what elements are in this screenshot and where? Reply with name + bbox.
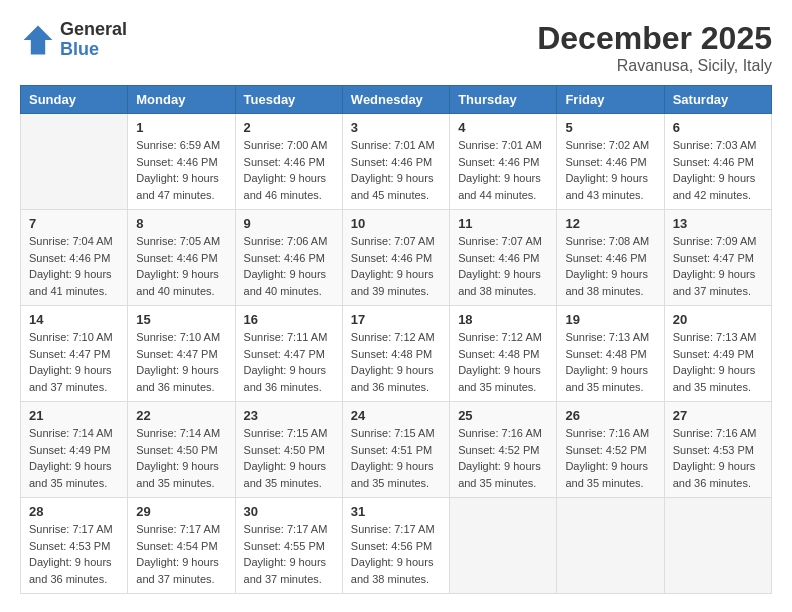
- day-info: Sunrise: 7:10 AMSunset: 4:47 PMDaylight:…: [136, 329, 226, 395]
- calendar-cell: 11Sunrise: 7:07 AMSunset: 4:46 PMDayligh…: [450, 210, 557, 306]
- day-number: 14: [29, 312, 119, 327]
- day-info: Sunrise: 7:05 AMSunset: 4:46 PMDaylight:…: [136, 233, 226, 299]
- calendar-cell: 24Sunrise: 7:15 AMSunset: 4:51 PMDayligh…: [342, 402, 449, 498]
- calendar-cell: 23Sunrise: 7:15 AMSunset: 4:50 PMDayligh…: [235, 402, 342, 498]
- calendar-cell: 15Sunrise: 7:10 AMSunset: 4:47 PMDayligh…: [128, 306, 235, 402]
- day-number: 5: [565, 120, 655, 135]
- day-info: Sunrise: 7:12 AMSunset: 4:48 PMDaylight:…: [351, 329, 441, 395]
- day-info: Sunrise: 7:17 AMSunset: 4:54 PMDaylight:…: [136, 521, 226, 587]
- month-title: December 2025: [537, 20, 772, 57]
- day-info: Sunrise: 7:16 AMSunset: 4:52 PMDaylight:…: [565, 425, 655, 491]
- day-number: 2: [244, 120, 334, 135]
- day-info: Sunrise: 7:14 AMSunset: 4:50 PMDaylight:…: [136, 425, 226, 491]
- calendar-cell: 6Sunrise: 7:03 AMSunset: 4:46 PMDaylight…: [664, 114, 771, 210]
- day-number: 23: [244, 408, 334, 423]
- calendar-cell: 27Sunrise: 7:16 AMSunset: 4:53 PMDayligh…: [664, 402, 771, 498]
- day-number: 9: [244, 216, 334, 231]
- calendar-body: 1Sunrise: 6:59 AMSunset: 4:46 PMDaylight…: [21, 114, 772, 594]
- day-info: Sunrise: 7:00 AMSunset: 4:46 PMDaylight:…: [244, 137, 334, 203]
- header-wednesday: Wednesday: [342, 86, 449, 114]
- header-sunday: Sunday: [21, 86, 128, 114]
- day-number: 30: [244, 504, 334, 519]
- week-row-1: 7Sunrise: 7:04 AMSunset: 4:46 PMDaylight…: [21, 210, 772, 306]
- day-number: 29: [136, 504, 226, 519]
- day-number: 11: [458, 216, 548, 231]
- calendar-cell: 1Sunrise: 6:59 AMSunset: 4:46 PMDaylight…: [128, 114, 235, 210]
- day-info: Sunrise: 7:15 AMSunset: 4:50 PMDaylight:…: [244, 425, 334, 491]
- week-row-2: 14Sunrise: 7:10 AMSunset: 4:47 PMDayligh…: [21, 306, 772, 402]
- calendar-cell: 13Sunrise: 7:09 AMSunset: 4:47 PMDayligh…: [664, 210, 771, 306]
- day-info: Sunrise: 7:01 AMSunset: 4:46 PMDaylight:…: [458, 137, 548, 203]
- day-info: Sunrise: 7:17 AMSunset: 4:53 PMDaylight:…: [29, 521, 119, 587]
- calendar-cell: 29Sunrise: 7:17 AMSunset: 4:54 PMDayligh…: [128, 498, 235, 594]
- header-row: SundayMondayTuesdayWednesdayThursdayFrid…: [21, 86, 772, 114]
- header-saturday: Saturday: [664, 86, 771, 114]
- location: Ravanusa, Sicily, Italy: [537, 57, 772, 75]
- day-info: Sunrise: 7:01 AMSunset: 4:46 PMDaylight:…: [351, 137, 441, 203]
- day-number: 20: [673, 312, 763, 327]
- day-info: Sunrise: 7:14 AMSunset: 4:49 PMDaylight:…: [29, 425, 119, 491]
- calendar-cell: [21, 114, 128, 210]
- day-info: Sunrise: 7:15 AMSunset: 4:51 PMDaylight:…: [351, 425, 441, 491]
- day-number: 16: [244, 312, 334, 327]
- calendar-cell: 10Sunrise: 7:07 AMSunset: 4:46 PMDayligh…: [342, 210, 449, 306]
- day-number: 21: [29, 408, 119, 423]
- day-number: 28: [29, 504, 119, 519]
- calendar-cell: 30Sunrise: 7:17 AMSunset: 4:55 PMDayligh…: [235, 498, 342, 594]
- day-info: Sunrise: 7:04 AMSunset: 4:46 PMDaylight:…: [29, 233, 119, 299]
- day-number: 13: [673, 216, 763, 231]
- calendar-cell: 25Sunrise: 7:16 AMSunset: 4:52 PMDayligh…: [450, 402, 557, 498]
- page-header: General Blue December 2025 Ravanusa, Sic…: [20, 20, 772, 75]
- logo-text: General Blue: [60, 20, 127, 60]
- day-info: Sunrise: 7:08 AMSunset: 4:46 PMDaylight:…: [565, 233, 655, 299]
- day-info: Sunrise: 7:13 AMSunset: 4:49 PMDaylight:…: [673, 329, 763, 395]
- day-info: Sunrise: 7:06 AMSunset: 4:46 PMDaylight:…: [244, 233, 334, 299]
- day-info: Sunrise: 7:02 AMSunset: 4:46 PMDaylight:…: [565, 137, 655, 203]
- calendar-cell: 2Sunrise: 7:00 AMSunset: 4:46 PMDaylight…: [235, 114, 342, 210]
- calendar-cell: 19Sunrise: 7:13 AMSunset: 4:48 PMDayligh…: [557, 306, 664, 402]
- day-info: Sunrise: 7:16 AMSunset: 4:53 PMDaylight:…: [673, 425, 763, 491]
- calendar-table: SundayMondayTuesdayWednesdayThursdayFrid…: [20, 85, 772, 594]
- calendar-cell: [450, 498, 557, 594]
- day-info: Sunrise: 7:17 AMSunset: 4:56 PMDaylight:…: [351, 521, 441, 587]
- calendar-cell: 20Sunrise: 7:13 AMSunset: 4:49 PMDayligh…: [664, 306, 771, 402]
- day-number: 7: [29, 216, 119, 231]
- calendar-cell: 18Sunrise: 7:12 AMSunset: 4:48 PMDayligh…: [450, 306, 557, 402]
- calendar-cell: 16Sunrise: 7:11 AMSunset: 4:47 PMDayligh…: [235, 306, 342, 402]
- day-info: Sunrise: 7:13 AMSunset: 4:48 PMDaylight:…: [565, 329, 655, 395]
- day-number: 8: [136, 216, 226, 231]
- header-monday: Monday: [128, 86, 235, 114]
- day-info: Sunrise: 7:03 AMSunset: 4:46 PMDaylight:…: [673, 137, 763, 203]
- svg-marker-0: [24, 25, 53, 54]
- day-number: 6: [673, 120, 763, 135]
- day-info: Sunrise: 7:16 AMSunset: 4:52 PMDaylight:…: [458, 425, 548, 491]
- calendar-cell: [557, 498, 664, 594]
- day-number: 26: [565, 408, 655, 423]
- day-number: 22: [136, 408, 226, 423]
- day-info: Sunrise: 7:12 AMSunset: 4:48 PMDaylight:…: [458, 329, 548, 395]
- day-number: 31: [351, 504, 441, 519]
- day-number: 27: [673, 408, 763, 423]
- calendar-cell: 17Sunrise: 7:12 AMSunset: 4:48 PMDayligh…: [342, 306, 449, 402]
- calendar-cell: 4Sunrise: 7:01 AMSunset: 4:46 PMDaylight…: [450, 114, 557, 210]
- day-number: 18: [458, 312, 548, 327]
- calendar-cell: 7Sunrise: 7:04 AMSunset: 4:46 PMDaylight…: [21, 210, 128, 306]
- day-info: Sunrise: 7:07 AMSunset: 4:46 PMDaylight:…: [458, 233, 548, 299]
- calendar-cell: 5Sunrise: 7:02 AMSunset: 4:46 PMDaylight…: [557, 114, 664, 210]
- week-row-4: 28Sunrise: 7:17 AMSunset: 4:53 PMDayligh…: [21, 498, 772, 594]
- day-info: Sunrise: 7:10 AMSunset: 4:47 PMDaylight:…: [29, 329, 119, 395]
- calendar-cell: 31Sunrise: 7:17 AMSunset: 4:56 PMDayligh…: [342, 498, 449, 594]
- day-number: 3: [351, 120, 441, 135]
- day-number: 25: [458, 408, 548, 423]
- logo-general: General: [60, 20, 127, 40]
- header-thursday: Thursday: [450, 86, 557, 114]
- calendar-cell: 26Sunrise: 7:16 AMSunset: 4:52 PMDayligh…: [557, 402, 664, 498]
- day-number: 19: [565, 312, 655, 327]
- week-row-0: 1Sunrise: 6:59 AMSunset: 4:46 PMDaylight…: [21, 114, 772, 210]
- day-number: 24: [351, 408, 441, 423]
- day-info: Sunrise: 6:59 AMSunset: 4:46 PMDaylight:…: [136, 137, 226, 203]
- week-row-3: 21Sunrise: 7:14 AMSunset: 4:49 PMDayligh…: [21, 402, 772, 498]
- logo-blue: Blue: [60, 40, 127, 60]
- header-tuesday: Tuesday: [235, 86, 342, 114]
- calendar-cell: 9Sunrise: 7:06 AMSunset: 4:46 PMDaylight…: [235, 210, 342, 306]
